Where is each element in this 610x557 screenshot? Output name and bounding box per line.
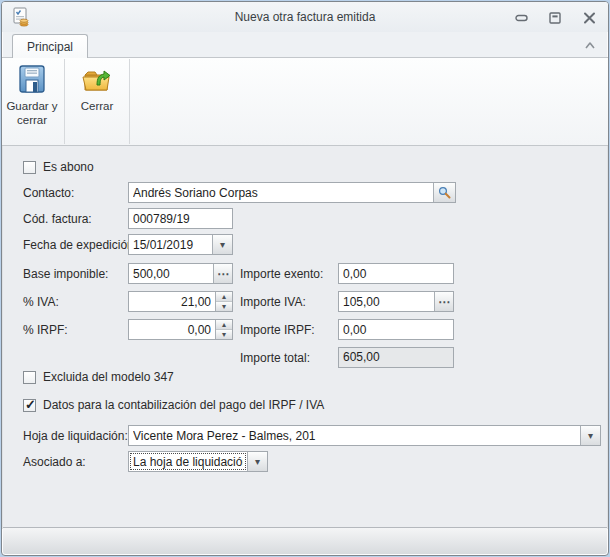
form-area: Es abono Contacto: Cód. factura: Fecha d… <box>2 146 608 529</box>
asociado-a-field <box>128 451 268 472</box>
contacto-label: Contacto: <box>23 186 74 200</box>
fecha-dropdown-arrow-icon[interactable] <box>212 235 232 254</box>
pct-irpf-spinner <box>215 320 232 339</box>
dialog-window: Nueva otra factura emitida Principal <box>1 1 609 556</box>
pct-irpf-input[interactable] <box>129 320 215 339</box>
tab-principal-label: Principal <box>27 40 73 54</box>
guardar-y-cerrar-label: Guardar y cerrar <box>2 99 62 127</box>
collapse-ribbon-icon[interactable] <box>582 38 598 52</box>
base-imponible-label: Base imponible: <box>23 267 108 281</box>
importe-total-value: 605,00 <box>338 347 454 368</box>
pct-irpf-label: % IRPF: <box>23 323 68 337</box>
ribbon: Guardar y cerrar Cerrar <box>2 57 608 146</box>
pct-iva-label: % IVA: <box>23 295 59 309</box>
importe-exento-label: Importe exento: <box>240 267 323 281</box>
ribbon-separator <box>64 59 65 144</box>
es-abono-checkbox[interactable]: Es abono <box>23 160 94 174</box>
hoja-dropdown-arrow-icon[interactable] <box>580 426 600 445</box>
spin-down-icon[interactable] <box>216 302 232 311</box>
window-controls <box>510 9 600 26</box>
fecha-expedicion-field <box>128 234 233 255</box>
pct-irpf-field <box>128 319 233 340</box>
datos-contabilizacion-label: Datos para la contabilización del pago d… <box>43 398 324 412</box>
close-button[interactable] <box>578 9 600 26</box>
asociado-dropdown-arrow-icon[interactable] <box>247 452 267 471</box>
minimize-button[interactable] <box>510 9 532 26</box>
importe-total-label: Importe total: <box>240 351 310 365</box>
asociado-a-label: Asociado a: <box>23 455 86 469</box>
guardar-y-cerrar-button[interactable]: Guardar y cerrar <box>2 58 62 145</box>
checkbox-box[interactable] <box>23 161 36 174</box>
ribbon-separator <box>129 59 130 144</box>
tab-principal[interactable]: Principal <box>12 34 88 58</box>
cerrar-button[interactable]: Cerrar <box>67 58 127 145</box>
hoja-liquidacion-field <box>128 425 601 446</box>
restore-button[interactable] <box>544 9 566 26</box>
pct-iva-field <box>128 291 233 312</box>
importe-iva-input[interactable] <box>339 292 434 311</box>
datos-contabilizacion-checkbox[interactable]: Datos para la contabilización del pago d… <box>23 398 324 412</box>
importe-iva-field <box>338 291 454 312</box>
folder-arrow-icon <box>81 63 113 95</box>
spin-up-icon[interactable] <box>216 292 232 302</box>
importe-iva-ellipsis-button[interactable] <box>434 292 453 311</box>
checkbox-box[interactable] <box>23 371 36 384</box>
cerrar-label: Cerrar <box>81 99 114 113</box>
fecha-expedicion-input[interactable] <box>129 235 212 254</box>
excluida-347-label: Excluida del modelo 347 <box>43 370 174 384</box>
fecha-expedicion-label: Fecha de expedición: <box>23 238 137 252</box>
magnifier-icon <box>438 186 451 199</box>
importe-irpf-label: Importe IRPF: <box>240 323 315 337</box>
importe-exento-input[interactable] <box>338 263 454 284</box>
spin-down-icon[interactable] <box>216 330 232 339</box>
contacto-input[interactable] <box>129 183 433 202</box>
checkbox-box[interactable] <box>23 399 36 412</box>
hoja-liquidacion-input[interactable] <box>129 426 580 445</box>
importe-irpf-input[interactable] <box>338 319 454 340</box>
cod-factura-label: Cód. factura: <box>23 212 92 226</box>
cod-factura-input[interactable] <box>128 208 233 229</box>
contacto-search-button[interactable] <box>433 183 455 202</box>
asociado-a-input[interactable] <box>129 452 247 471</box>
spin-up-icon[interactable] <box>216 320 232 330</box>
hoja-liquidacion-label: Hoja de liquidación: <box>23 429 128 443</box>
base-imponible-field <box>128 263 233 284</box>
floppy-disk-icon <box>16 63 48 95</box>
status-bar <box>3 527 607 554</box>
titlebar: Nueva otra factura emitida <box>2 2 608 32</box>
base-imponible-ellipsis-button[interactable] <box>213 264 232 283</box>
pct-iva-spinner <box>215 292 232 311</box>
ribbon-tab-row: Principal <box>2 32 608 57</box>
pct-iva-input[interactable] <box>129 292 215 311</box>
contacto-field <box>128 182 456 203</box>
excluida-347-checkbox[interactable]: Excluida del modelo 347 <box>23 370 174 384</box>
es-abono-label: Es abono <box>43 160 94 174</box>
base-imponible-input[interactable] <box>129 264 213 283</box>
importe-iva-label: Importe IVA: <box>240 295 306 309</box>
